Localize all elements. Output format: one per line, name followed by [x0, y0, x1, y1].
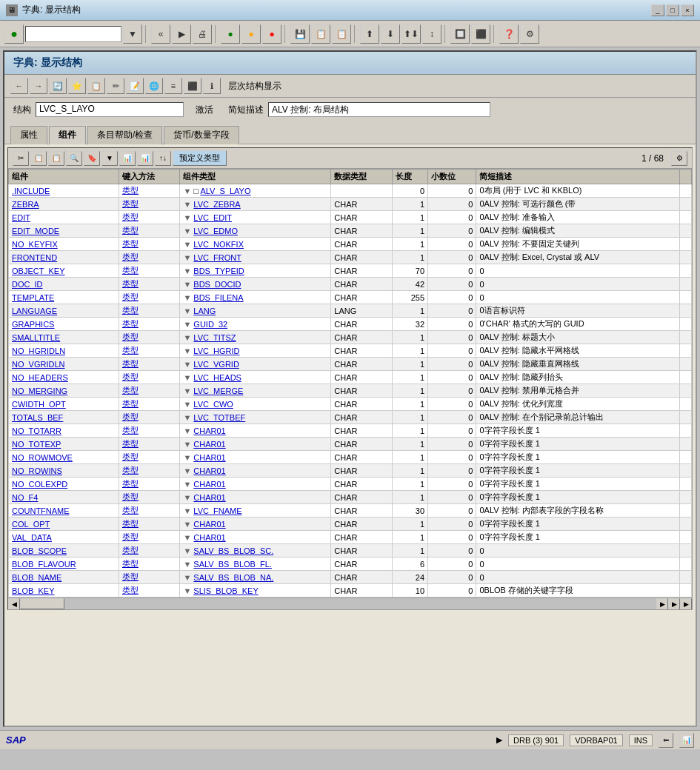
btn-g1[interactable]: ● — [221, 24, 240, 44]
table-row[interactable]: NO_COLEXPD类型▼ CHAR01CHAR100字符字段长度 1 — [9, 478, 692, 491]
cell-component[interactable]: EDIT_MODE — [9, 224, 119, 238]
keymethod-link[interactable]: 类型 — [122, 212, 139, 221]
comptype-link[interactable]: CHAR01 — [193, 533, 225, 542]
table-row[interactable]: BLOB_FLAVOUR类型▼ SALV_BS_BLOB_FL.CHAR600 — [9, 558, 692, 571]
comptype-link[interactable]: LANG — [193, 307, 216, 315]
comptype-link[interactable]: CHAR01 — [193, 453, 225, 462]
table-row[interactable]: OBJECT_KEY类型▼ BDS_TYPEIDCHAR7000 — [9, 264, 692, 278]
cell-component[interactable]: NO_COLEXPD — [9, 478, 119, 491]
cell-component[interactable]: NO_MERGING — [9, 384, 119, 398]
scroll-track[interactable] — [20, 598, 656, 609]
cell-component[interactable]: BLOB_KEY — [9, 584, 119, 597]
component-link[interactable]: .INCLUDE — [12, 187, 50, 195]
keymethod-link[interactable]: 类型 — [122, 252, 139, 261]
tree-btn[interactable]: 🌐 — [145, 78, 163, 94]
btn-v1[interactable]: 🔲 — [450, 24, 470, 44]
component-link[interactable]: VAL_DATA — [12, 533, 52, 542]
comptype-link[interactable]: SALV_BS_BLOB_SC. — [193, 546, 273, 555]
bottom-scrollbar[interactable]: ◀ ▶ ▶ ▶ — [8, 597, 692, 609]
keymethod-link[interactable]: 类型 — [122, 279, 139, 288]
square-btn[interactable]: ⬛ — [184, 78, 201, 94]
status-btn1[interactable]: ⬅ — [659, 733, 673, 748]
component-link[interactable]: EDIT_MODE — [12, 227, 59, 235]
keymethod-link[interactable]: 类型 — [122, 239, 139, 248]
scroll-left-btn[interactable]: ◀ — [8, 598, 20, 610]
comptype-link[interactable]: SLIS_BLOB_KEY — [193, 586, 258, 595]
component-link[interactable]: NO_ROWINS — [12, 466, 62, 475]
table-row[interactable]: NO_HEADERS类型▼ LVC_HEADSCHAR100ALV 控制: 隐藏… — [9, 371, 692, 384]
table-row[interactable]: DOC_ID类型▼ BDS_DOCIDCHAR4200 — [9, 278, 692, 291]
keymethod-link[interactable]: 类型 — [122, 586, 139, 595]
table-row[interactable]: SMALLTITLE类型▼ LVC_TITSZCHAR100ALV 控制: 标题… — [9, 331, 692, 344]
table-row[interactable]: NO_F4类型▼ CHAR01CHAR100字符字段长度 1 — [9, 491, 692, 504]
info-btn[interactable]: ℹ — [203, 78, 221, 94]
cell-component[interactable]: TEMPLATE — [9, 291, 119, 304]
table-row[interactable]: EDIT_MODE类型▼ LVC_EDMOCHAR100ALV 控制: 编辑模式 — [9, 224, 692, 238]
component-link[interactable]: OBJECT_KEY — [12, 267, 65, 275]
comptype-link[interactable]: LVC_CWO — [193, 400, 233, 409]
chart1-btn[interactable]: 📊 — [119, 151, 136, 166]
keymethod-link[interactable]: 类型 — [122, 506, 139, 515]
table-row[interactable]: CWIDTH_OPT类型▼ LVC_CWOCHAR100ALV 控制: 优化列宽… — [9, 398, 692, 411]
component-link[interactable]: BLOB_KEY — [12, 586, 54, 595]
comptype-link[interactable]: CHAR01 — [193, 493, 225, 502]
cell-component[interactable]: NO_TOTEXP — [9, 438, 119, 451]
component-link[interactable]: BLOB_FLAVOUR — [12, 560, 76, 569]
cell-component[interactable]: .INCLUDE — [9, 184, 119, 198]
comptype-link[interactable]: LVC_VGRID — [193, 360, 239, 369]
btn-v2[interactable]: ⬛ — [471, 24, 490, 44]
table-row[interactable]: NO_TOTEXP类型▼ CHAR01CHAR100字符字段长度 1 — [9, 438, 692, 451]
component-link[interactable]: LANGUAGE — [12, 307, 57, 315]
cell-component[interactable]: NO_HGRIDLN — [9, 344, 119, 358]
cell-component[interactable]: BLOB_FLAVOUR — [9, 558, 119, 571]
keymethod-link[interactable]: 类型 — [122, 359, 139, 368]
minimize-button[interactable]: _ — [651, 4, 664, 16]
command-input[interactable] — [25, 26, 121, 42]
cell-component[interactable]: SMALLTITLE — [9, 331, 119, 344]
component-link[interactable]: TOTALS_BEF — [12, 413, 63, 422]
cell-component[interactable]: ZEBRA — [9, 198, 119, 211]
btn-u1[interactable]: ⬆ — [360, 24, 379, 44]
component-link[interactable]: BLOB_NAME — [12, 573, 61, 582]
component-link[interactable]: SMALLTITLE — [12, 333, 60, 342]
cell-component[interactable]: DOC_ID — [9, 278, 119, 291]
copy-tbl-btn[interactable]: 📋 — [30, 151, 47, 166]
filter-btn[interactable]: ▼ — [101, 151, 118, 166]
bookmark-btn[interactable]: 🔖 — [84, 151, 100, 166]
comptype-link[interactable]: LVC_MERGE — [193, 386, 243, 395]
table-row[interactable]: NO_KEYFIX类型▼ LVC_NOKFIXCHAR100ALV 控制: 不要… — [9, 238, 692, 251]
maximize-button[interactable]: □ — [666, 4, 679, 16]
btn-u4[interactable]: ↕ — [422, 24, 441, 44]
table-row[interactable]: FRONTEND类型▼ LVC_FRONTCHAR100ALV 控制: Exce… — [9, 251, 692, 264]
table-row[interactable]: COL_OPT类型▼ CHAR01CHAR100字符字段长度 1 — [9, 518, 692, 531]
table-row[interactable]: COUNTFNAME类型▼ LVC_FNAMECHAR3000ALV 控制: 内… — [9, 504, 692, 518]
table-row[interactable]: VAL_DATA类型▼ CHAR01CHAR100字符字段长度 1 — [9, 531, 692, 544]
keymethod-link[interactable]: 类型 — [122, 492, 139, 501]
cell-component[interactable]: FRONTEND — [9, 251, 119, 264]
component-link[interactable]: EDIT — [12, 213, 30, 222]
comptype-link[interactable]: ALV_S_LAYO — [200, 187, 250, 195]
cell-component[interactable]: LANGUAGE — [9, 304, 119, 318]
chart2-btn[interactable]: 📊 — [137, 151, 153, 166]
comptype-link[interactable]: CHAR01 — [193, 466, 225, 475]
cell-component[interactable]: NO_VGRIDLN — [9, 358, 119, 371]
keymethod-link[interactable]: 类型 — [122, 412, 139, 421]
help-btn[interactable]: ❓ — [499, 24, 519, 44]
tab-search-help[interactable]: 条目帮助/检查 — [87, 126, 162, 144]
comptype-link[interactable]: CHAR01 — [193, 480, 225, 489]
cell-component[interactable]: EDIT — [9, 211, 119, 224]
comptype-link[interactable]: LVC_FNAME — [193, 506, 241, 515]
dropdown-btn[interactable]: ▼ — [123, 24, 142, 44]
table-row[interactable]: BLOB_SCOPE类型▼ SALV_BS_BLOB_SC.CHAR100 — [9, 544, 692, 558]
component-link[interactable]: BLOB_SCOPE — [12, 546, 67, 555]
table-row[interactable]: NO_MERGING类型▼ LVC_MERGECHAR100ALV 控制: 禁用… — [9, 384, 692, 398]
cell-component[interactable]: OBJECT_KEY — [9, 264, 119, 278]
scroll-down-btn[interactable]: ▶ — [680, 598, 692, 610]
component-link[interactable]: NO_ROWMOVE — [12, 453, 73, 462]
btn-t2[interactable]: 📋 — [332, 24, 351, 44]
cell-component[interactable]: GRAPHICS — [9, 318, 119, 331]
table-row[interactable]: NO_VGRIDLN类型▼ LVC_VGRIDCHAR100ALV 控制: 隐藏… — [9, 358, 692, 371]
cell-component[interactable]: NO_TOTARR — [9, 424, 119, 438]
cell-component[interactable]: BLOB_NAME — [9, 571, 119, 584]
tab-properties[interactable]: 属性 — [10, 126, 47, 144]
